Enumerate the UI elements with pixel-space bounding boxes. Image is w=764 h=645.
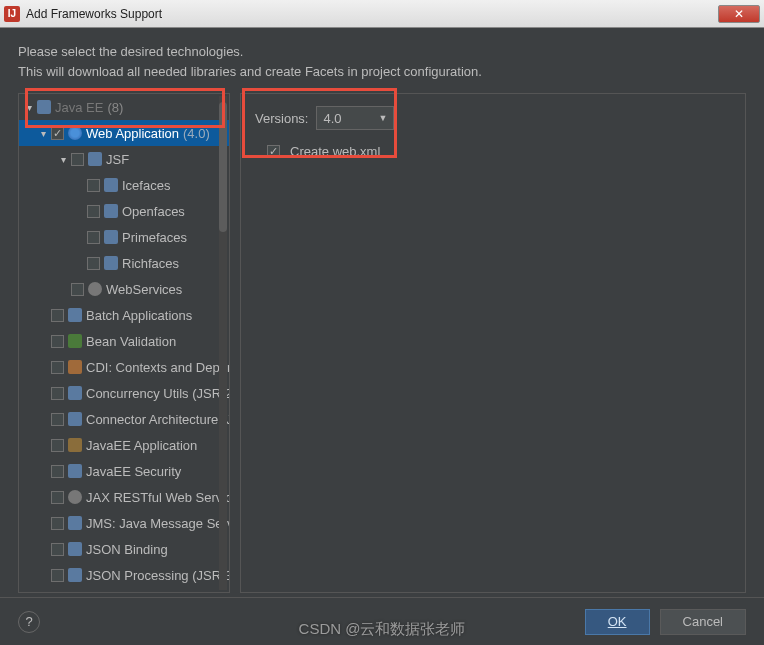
tree-node-icefaces[interactable]: Icefaces xyxy=(19,172,229,198)
tree-label: JAX RESTful Web Services xyxy=(86,490,230,505)
checkbox[interactable] xyxy=(51,543,64,556)
tree-node-connector[interactable]: Connector Architecture (JSR 322) xyxy=(19,406,229,432)
tree-label: JavaEE Application xyxy=(86,438,197,453)
checkbox[interactable] xyxy=(51,439,64,452)
dialog-footer: ? OK Cancel xyxy=(0,597,764,645)
instruction-line-2: This will download all needed libraries … xyxy=(18,62,746,82)
tree-label: CDI: Contexts and Dependency Injection xyxy=(86,360,230,375)
titlebar: IJ Add Frameworks Support ✕ xyxy=(0,0,764,28)
library-icon xyxy=(104,256,118,270)
tree-label: Richfaces xyxy=(122,256,179,271)
module-icon xyxy=(68,542,82,556)
library-icon xyxy=(104,178,118,192)
tree-count: (8) xyxy=(107,100,123,115)
tree-label: Java EE xyxy=(55,100,103,115)
tree-node-javaee[interactable]: ▾ Java EE (8) xyxy=(19,94,229,120)
instructions: Please select the desired technologies. … xyxy=(18,42,746,81)
library-icon xyxy=(104,204,118,218)
instruction-line-1: Please select the desired technologies. xyxy=(18,42,746,62)
framework-tree[interactable]: ▾ Java EE (8) ▾ Web Application (4.0) ▾ xyxy=(18,93,230,593)
app-icon xyxy=(68,438,82,452)
tree-node-openfaces[interactable]: Openfaces xyxy=(19,198,229,224)
bean-icon xyxy=(68,334,82,348)
cancel-button[interactable]: Cancel xyxy=(660,609,746,635)
tree-node-richfaces[interactable]: Richfaces xyxy=(19,250,229,276)
version-select[interactable]: 4.0 ▼ xyxy=(316,106,394,130)
checkbox[interactable] xyxy=(51,569,64,582)
tree-label: Web Application xyxy=(86,126,179,141)
checkbox[interactable] xyxy=(51,491,64,504)
create-webxml-label: Create web.xml xyxy=(290,144,380,159)
library-icon xyxy=(104,230,118,244)
checkbox[interactable] xyxy=(51,335,64,348)
checkbox[interactable] xyxy=(51,465,64,478)
module-icon xyxy=(68,308,82,322)
tree-node-jms[interactable]: JMS: Java Message Service API xyxy=(19,510,229,536)
tree-node-javaee-app[interactable]: JavaEE Application xyxy=(19,432,229,458)
tree-node-web-application[interactable]: ▾ Web Application (4.0) xyxy=(19,120,229,146)
checkbox[interactable] xyxy=(51,309,64,322)
tree-node-json-binding[interactable]: JSON Binding xyxy=(19,536,229,562)
checkbox[interactable] xyxy=(87,179,100,192)
versions-label: Versions: xyxy=(255,111,308,126)
window-title: Add Frameworks Support xyxy=(26,7,718,21)
chevron-down-icon[interactable]: ▾ xyxy=(37,127,49,139)
tree-node-concurrency[interactable]: Concurrency Utils (JSR 236) xyxy=(19,380,229,406)
scroll-thumb[interactable] xyxy=(219,102,227,232)
module-icon xyxy=(68,412,82,426)
tree-label: JSF xyxy=(106,152,129,167)
details-panel: Versions: 4.0 ▼ Create web.xml xyxy=(240,93,746,593)
module-icon xyxy=(68,386,82,400)
checkbox[interactable] xyxy=(71,283,84,296)
tree-node-jsf[interactable]: ▾ JSF xyxy=(19,146,229,172)
chevron-down-icon: ▼ xyxy=(379,113,388,123)
globe-icon xyxy=(88,282,102,296)
create-webxml-checkbox[interactable] xyxy=(267,145,280,158)
close-button[interactable]: ✕ xyxy=(718,5,760,23)
scrollbar[interactable] xyxy=(219,96,227,590)
jsf-icon xyxy=(88,152,102,166)
tree-label: JavaEE Security xyxy=(86,464,181,479)
checkbox[interactable] xyxy=(51,517,64,530)
chevron-down-icon[interactable]: ▾ xyxy=(57,153,69,165)
tree-node-batch[interactable]: Batch Applications xyxy=(19,302,229,328)
app-icon: IJ xyxy=(4,6,20,22)
checkbox[interactable] xyxy=(51,413,64,426)
tree-node-webservices[interactable]: WebServices xyxy=(19,276,229,302)
help-button[interactable]: ? xyxy=(18,611,40,633)
tree-node-json-processing[interactable]: JSON Processing (JSR 353) xyxy=(19,562,229,588)
globe-icon xyxy=(68,126,82,140)
tree-node-javaee-security[interactable]: JavaEE Security xyxy=(19,458,229,484)
module-icon xyxy=(68,568,82,582)
checkbox[interactable] xyxy=(71,153,84,166)
checkbox[interactable] xyxy=(87,231,100,244)
tree-node-primefaces[interactable]: Primefaces xyxy=(19,224,229,250)
tree-label: JMS: Java Message Service API xyxy=(86,516,230,531)
java-icon xyxy=(37,100,51,114)
tree-label: JSON Binding xyxy=(86,542,168,557)
tree-label: Concurrency Utils (JSR 236) xyxy=(86,386,230,401)
tree-node-bean-validation[interactable]: Bean Validation xyxy=(19,328,229,354)
version-value: 4.0 xyxy=(323,111,341,126)
checkbox[interactable] xyxy=(51,361,64,374)
cdi-icon xyxy=(68,360,82,374)
checkbox[interactable] xyxy=(87,257,100,270)
checkbox[interactable] xyxy=(51,127,64,140)
tree-label: Batch Applications xyxy=(86,308,192,323)
ok-button[interactable]: OK xyxy=(585,609,650,635)
tree-version: (4.0) xyxy=(183,126,210,141)
tree-label: JSON Processing (JSR 353) xyxy=(86,568,230,583)
tree-node-transaction[interactable]: Transaction API (JSR 907) xyxy=(19,588,229,593)
tree-label: Connector Architecture (JSR 322) xyxy=(86,412,230,427)
tree-node-jaxrs[interactable]: JAX RESTful Web Services xyxy=(19,484,229,510)
tree-label: Openfaces xyxy=(122,204,185,219)
chevron-down-icon[interactable]: ▾ xyxy=(23,101,35,113)
tree-node-cdi[interactable]: CDI: Contexts and Dependency Injection xyxy=(19,354,229,380)
checkbox[interactable] xyxy=(51,387,64,400)
tree-label: Bean Validation xyxy=(86,334,176,349)
tree-label: Icefaces xyxy=(122,178,170,193)
checkbox[interactable] xyxy=(87,205,100,218)
module-icon xyxy=(68,464,82,478)
tree-label: WebServices xyxy=(106,282,182,297)
globe-icon xyxy=(68,490,82,504)
